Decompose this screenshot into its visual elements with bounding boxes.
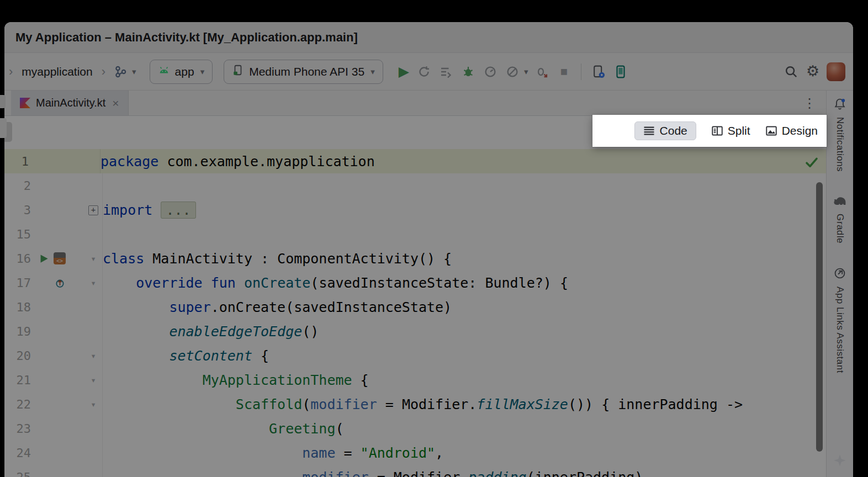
code-text[interactable]: setContent { xyxy=(103,348,269,364)
fold-collapse-icon[interactable]: ▾ xyxy=(91,253,96,264)
code-line-23[interactable]: 23 Greeting( xyxy=(4,416,826,441)
sidebar-item-gradle[interactable]: Gradle xyxy=(833,195,847,243)
gutter[interactable]: 22▾ xyxy=(4,392,103,416)
gutter[interactable]: 24 xyxy=(4,441,103,465)
tab-mainactivity[interactable]: MainActivity.kt × xyxy=(11,91,129,115)
tab-close-icon[interactable]: × xyxy=(112,97,119,110)
code-line-24[interactable]: 24 name = "Android", xyxy=(4,441,826,465)
vcs-dropdown-caret-icon[interactable]: ▾ xyxy=(132,67,136,77)
gutter[interactable]: 2 xyxy=(4,173,103,198)
mode-code-button[interactable]: Code xyxy=(634,121,696,140)
line-number[interactable]: 16 xyxy=(4,252,31,266)
code-text[interactable]: override fun onCreate(savedInstanceState… xyxy=(103,275,568,291)
gutter[interactable]: 21▾ xyxy=(4,368,103,392)
code-text[interactable]: import ... xyxy=(103,202,196,218)
profiler-icon[interactable] xyxy=(482,63,499,80)
code-line-20[interactable]: 20▾ setContent { xyxy=(4,343,826,368)
line-number[interactable]: 2 xyxy=(4,179,31,193)
code-line-17[interactable]: 17▾ override fun onCreate(savedInstanceS… xyxy=(4,271,826,295)
code-text[interactable]: super.onCreate(savedInstanceState) xyxy=(103,299,452,315)
settings-gear-icon[interactable]: ⚙ xyxy=(805,63,821,80)
project-widget[interactable]: myapplication xyxy=(19,64,94,80)
running-devices-icon[interactable] xyxy=(612,63,629,80)
run-config-selector[interactable]: app ▾ xyxy=(150,60,213,84)
code-line-3[interactable]: 3+import ... xyxy=(4,198,826,222)
code-text[interactable]: MyApplicationTheme { xyxy=(103,372,369,388)
apply-changes-icon[interactable] xyxy=(416,63,432,80)
fold-collapse-icon[interactable]: ▾ xyxy=(91,278,96,288)
stop-button[interactable]: ■ xyxy=(555,63,572,80)
debug-icon[interactable] xyxy=(460,63,477,80)
sidebar-item-notifications[interactable]: Notifications xyxy=(833,97,846,172)
more-run-actions-caret-icon[interactable]: ▾ xyxy=(524,67,528,77)
code-line-2[interactable]: 2 xyxy=(4,173,826,198)
fold-collapse-icon[interactable]: ▾ xyxy=(91,351,96,361)
gutter[interactable]: 19 xyxy=(4,319,103,343)
inspection-status-icon[interactable] xyxy=(805,157,818,170)
gutter[interactable]: 16<>▾ xyxy=(4,246,103,271)
code-line-18[interactable]: 18 super.onCreate(savedInstanceState) xyxy=(4,295,826,319)
profile-low-overhead-icon[interactable] xyxy=(504,63,521,80)
fold-collapse-icon[interactable]: ▾ xyxy=(91,375,96,385)
ai-sparkle-icon[interactable] xyxy=(833,454,846,469)
override-method-icon[interactable] xyxy=(55,278,65,288)
code-text[interactable]: Greeting( xyxy=(103,421,344,437)
gutter[interactable]: 18 xyxy=(4,295,103,319)
run-button[interactable]: ▶ xyxy=(398,65,410,78)
line-number[interactable]: 23 xyxy=(4,422,31,436)
fold-expand-icon[interactable]: + xyxy=(88,205,98,215)
code-text[interactable]: Scaffold(modifier = Modifier.fillMaxSize… xyxy=(103,396,743,412)
gutter[interactable]: 20▾ xyxy=(4,343,103,368)
fold-collapse-icon[interactable]: ▾ xyxy=(91,399,96,410)
vcs-branch-icon[interactable] xyxy=(112,63,129,80)
sidebar-item-app-links-assistant[interactable]: App Links Assistant xyxy=(833,267,846,373)
gutter[interactable]: 23 xyxy=(4,416,103,441)
tab-options-kebab-icon[interactable]: ⋮ xyxy=(793,96,826,111)
code-line-21[interactable]: 21▾ MyApplicationTheme { xyxy=(4,368,826,392)
line-number[interactable]: 21 xyxy=(4,373,31,387)
gutter[interactable]: 3+ xyxy=(4,198,103,222)
search-everywhere-icon[interactable] xyxy=(782,63,799,80)
line-number[interactable]: 15 xyxy=(4,227,31,241)
code-text[interactable]: class MainActivity : ComponentActivity()… xyxy=(103,251,452,267)
mode-split-button[interactable]: Split xyxy=(712,124,750,137)
line-number[interactable]: 3 xyxy=(4,203,31,217)
run-line-icon[interactable] xyxy=(39,253,49,264)
device-manager-icon[interactable] xyxy=(590,63,607,80)
line-number[interactable]: 24 xyxy=(4,446,31,460)
gutter[interactable]: 17▾ xyxy=(4,271,103,295)
gutter[interactable]: 1 xyxy=(4,149,100,173)
code-line-1[interactable]: 1package com.example.myapplication xyxy=(4,149,826,173)
line-number[interactable]: 18 xyxy=(4,300,31,314)
code-text[interactable]: modifier = Modifier.padding(innerPadding… xyxy=(103,469,643,477)
code-line-22[interactable]: 22▾ Scaffold(modifier = Modifier.fillMax… xyxy=(4,392,826,416)
design-view-icon xyxy=(766,126,777,136)
line-number[interactable]: 20 xyxy=(4,349,31,363)
apply-code-changes-icon[interactable] xyxy=(438,63,454,80)
left-stripe-handle[interactable] xyxy=(0,118,7,138)
line-number[interactable]: 1 xyxy=(4,155,29,168)
code-text[interactable]: package com.example.myapplication xyxy=(100,153,375,169)
right-tool-stripe: Notifications Gradle xyxy=(826,91,853,477)
code-editor[interactable]: 1package com.example.myapplication23+imp… xyxy=(4,148,826,477)
gutter[interactable]: 15 xyxy=(4,222,103,246)
device-selector[interactable]: Medium Phone API 35 ▾ xyxy=(224,60,383,84)
code-line-15[interactable]: 15 xyxy=(4,222,826,246)
code-text[interactable]: enableEdgeToEdge() xyxy=(103,324,319,340)
code-line-25[interactable]: 25 modifier = Modifier.padding(innerPadd… xyxy=(4,465,826,477)
line-number[interactable]: 25 xyxy=(4,470,31,477)
line-number[interactable]: 19 xyxy=(4,325,31,338)
attach-debugger-icon[interactable] xyxy=(533,63,550,80)
activity-class-icon[interactable]: <> xyxy=(54,252,66,264)
line-number[interactable]: 22 xyxy=(4,398,31,411)
line-number[interactable]: 17 xyxy=(4,276,31,290)
code-line-19[interactable]: 19 enableEdgeToEdge() xyxy=(4,319,826,343)
code-line-16[interactable]: 16<>▾class MainActivity : ComponentActiv… xyxy=(4,246,826,271)
code-text[interactable]: name = "Android", xyxy=(103,445,443,461)
gutter[interactable]: 25 xyxy=(4,465,103,477)
left-stripe-handle-top[interactable] xyxy=(0,95,6,108)
mode-design-button[interactable]: Design xyxy=(766,124,818,137)
user-avatar[interactable] xyxy=(827,62,845,81)
code-lines[interactable]: 1package com.example.myapplication23+imp… xyxy=(4,148,826,477)
editor-scrollbar[interactable] xyxy=(816,182,823,452)
